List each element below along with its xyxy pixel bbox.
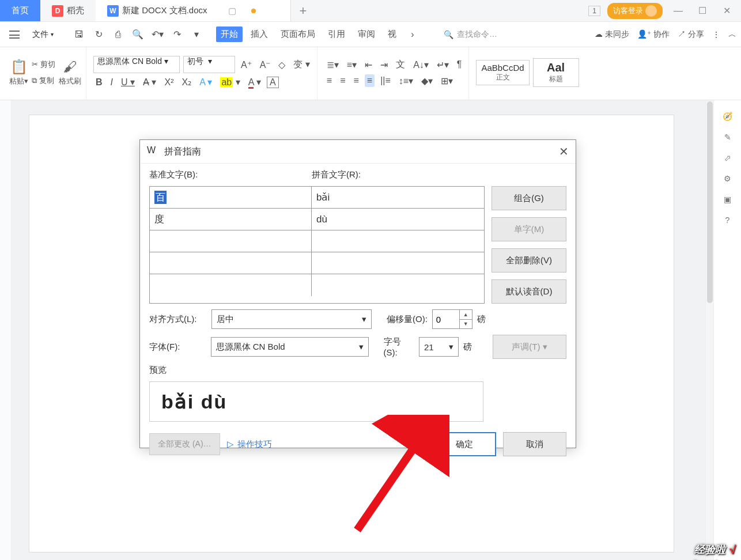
spin-up[interactable]: ▲ xyxy=(460,310,472,320)
font-color-button[interactable]: A ▾ xyxy=(246,75,263,89)
increase-indent-button[interactable]: ⇥ xyxy=(378,58,390,71)
default-reading-button[interactable]: 默认读音(D) xyxy=(492,279,566,304)
size-select[interactable]: 21▾ xyxy=(419,337,459,357)
login-button[interactable]: 访客登录 xyxy=(607,3,663,19)
align-justify-button[interactable]: ≡ xyxy=(365,74,375,87)
toolbox-icon[interactable]: ▣ xyxy=(724,195,731,204)
phonetic-guide-button[interactable]: 变 ▾ xyxy=(291,58,312,72)
font-select[interactable]: 思源黑体 CN Bold▾ xyxy=(211,337,369,357)
shrink-font-button[interactable]: A⁻ xyxy=(258,58,273,71)
font-size-select[interactable]: 初号 ▾ xyxy=(183,56,235,73)
style-heading[interactable]: Aal 标题 xyxy=(533,58,579,87)
tab-daoke[interactable]: D 稻壳 xyxy=(40,0,96,21)
close-window-button[interactable]: ✕ xyxy=(718,5,735,16)
presentation-mode-icon[interactable]: ▢ xyxy=(228,6,236,16)
line-spacing-button[interactable]: ↕≡▾ xyxy=(396,74,415,88)
file-menu[interactable]: 文件▾ xyxy=(28,27,58,42)
menu-view[interactable]: 视 xyxy=(383,27,401,42)
menu-scroll-right[interactable]: › xyxy=(404,29,421,40)
collapse-ribbon-icon[interactable]: ︿ xyxy=(728,29,736,40)
navigate-icon[interactable]: 🧭 xyxy=(723,112,732,121)
add-tab-button[interactable]: + xyxy=(291,3,316,18)
pinyin-cell[interactable] xyxy=(312,230,484,252)
offset-spinner[interactable]: ▲▼ xyxy=(432,309,472,329)
align-left-button[interactable]: ≡ xyxy=(324,74,334,87)
scroll-thumb[interactable] xyxy=(707,101,713,303)
distribute-button[interactable]: ||≡ xyxy=(378,74,393,87)
menu-insert[interactable]: 插入 xyxy=(246,27,273,42)
cancel-button[interactable]: 取消 xyxy=(503,432,566,456)
select-icon[interactable]: ⬀ xyxy=(724,153,731,162)
offset-input[interactable] xyxy=(433,310,459,328)
align-center-button[interactable]: ≡ xyxy=(338,74,347,87)
text-effects-button[interactable]: A ▾ xyxy=(197,75,214,89)
alignment-select[interactable]: 居中▾ xyxy=(211,309,372,329)
vertical-scrollbar[interactable] xyxy=(705,100,713,560)
sync-icon[interactable]: ↻ xyxy=(90,29,107,40)
spin-down[interactable]: ▼ xyxy=(460,320,472,329)
menu-page-layout[interactable]: 页面布局 xyxy=(276,27,320,42)
char-border-button[interactable]: A xyxy=(267,77,279,88)
minimize-button[interactable]: — xyxy=(670,6,687,16)
pinyin-cell[interactable] xyxy=(312,274,484,296)
base-cell[interactable] xyxy=(150,230,312,252)
print-preview-icon[interactable]: 🔍 xyxy=(130,29,146,40)
grow-font-button[interactable]: A⁺ xyxy=(239,58,254,71)
menu-review[interactable]: 审阅 xyxy=(353,27,380,42)
menu-reference[interactable]: 引用 xyxy=(323,27,350,42)
cloud-unsync-button[interactable]: ☁ 未同步 xyxy=(595,29,629,40)
print-icon[interactable]: ⎙ xyxy=(110,29,126,40)
bullet-list-button[interactable]: ≣▾ xyxy=(324,58,341,71)
tab-home[interactable]: 首页 xyxy=(0,0,40,21)
clear-format-button[interactable]: ◇ xyxy=(276,58,288,71)
delete-all-button[interactable]: 全部删除(V) xyxy=(492,248,566,273)
font-name-select[interactable]: 思源黑体 CN Bold ▾ xyxy=(93,56,180,73)
more-options-icon[interactable]: ⋮ xyxy=(712,30,720,39)
combine-button[interactable]: 组合(G) xyxy=(492,186,566,210)
italic-button[interactable]: I xyxy=(108,76,115,89)
maximize-button[interactable]: ☐ xyxy=(694,5,711,16)
line-break-button[interactable]: ↵▾ xyxy=(434,58,451,71)
show-marks-button[interactable]: ¶ xyxy=(455,58,464,71)
more-quick-access[interactable]: ▾ xyxy=(188,29,205,40)
menu-start[interactable]: 开始 xyxy=(216,27,243,42)
base-cell[interactable] xyxy=(150,252,312,274)
pinyin-cell[interactable]: dù xyxy=(312,209,484,230)
decrease-indent-button[interactable]: ⇤ xyxy=(362,58,375,71)
pen-icon[interactable]: ✎ xyxy=(724,133,731,142)
bold-button[interactable]: B xyxy=(93,76,105,89)
redo-button[interactable]: ↷ xyxy=(169,29,185,40)
ok-button[interactable]: 确定 xyxy=(433,432,496,456)
settings-slider-icon[interactable]: ⚙ xyxy=(724,174,731,183)
subscript-button[interactable]: X₂ xyxy=(179,75,194,89)
style-normal[interactable]: AaBbCcDd 正文 xyxy=(476,60,529,85)
format-painter-button[interactable]: 🖌 格式刷 xyxy=(59,59,81,86)
tab-document[interactable]: W 新建 DOCX 文档.docx ▢ xyxy=(96,0,291,21)
underline-button[interactable]: U ▾ xyxy=(119,75,137,89)
paste-button[interactable]: 📋 粘贴▾ xyxy=(9,59,28,86)
base-cell[interactable]: 百 xyxy=(150,187,312,209)
undo-button[interactable]: ↶▾ xyxy=(149,29,165,40)
highlight-button[interactable]: ab ▾ xyxy=(218,75,242,89)
borders-button[interactable]: ⊞▾ xyxy=(438,74,455,88)
dialog-titlebar[interactable]: W 拼音指南 ✕ xyxy=(140,140,576,164)
strikethrough-button[interactable]: A̶ ▾ xyxy=(141,75,158,89)
copy-button[interactable]: ⧉复制 xyxy=(32,75,55,86)
pinyin-cell[interactable]: bǎi xyxy=(312,187,484,209)
sort-button[interactable]: A↓▾ xyxy=(411,58,431,71)
superscript-button[interactable]: X² xyxy=(162,76,176,89)
window-count-badge[interactable]: 1 xyxy=(588,6,600,16)
shading-button[interactable]: ◆▾ xyxy=(419,74,435,88)
save-icon[interactable]: 🖫 xyxy=(71,29,87,40)
command-search[interactable]: 🔍 查找命令… xyxy=(439,29,502,40)
help-icon[interactable]: ? xyxy=(725,215,730,225)
pinyin-cell[interactable] xyxy=(312,252,484,274)
number-list-button[interactable]: ≡▾ xyxy=(345,58,359,71)
collab-button[interactable]: 👤⁺ 协作 xyxy=(637,29,670,40)
dialog-close-button[interactable]: ✕ xyxy=(559,145,569,158)
tips-link[interactable]: ▷ 操作技巧 xyxy=(227,439,272,450)
cut-button[interactable]: ✂剪切 xyxy=(32,59,55,70)
text-direction-button[interactable]: 文 xyxy=(394,58,407,72)
align-right-button[interactable]: ≡ xyxy=(351,74,361,87)
hamburger-button[interactable] xyxy=(5,28,24,41)
